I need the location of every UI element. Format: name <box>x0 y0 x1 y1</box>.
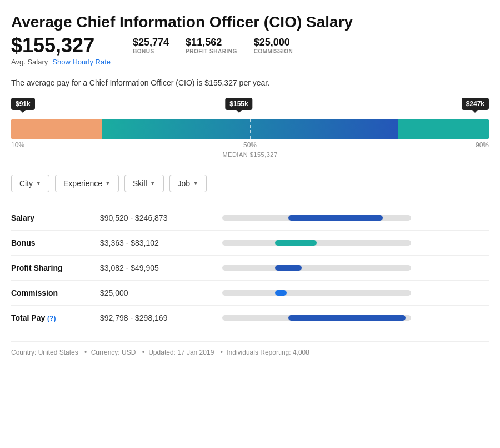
commission-label: COMMISSION <box>254 48 293 54</box>
bonus-stat: $25,774 BONUS <box>133 37 169 54</box>
skill-filter-label: Skill <box>133 179 147 188</box>
comp-bar-fill-2 <box>275 265 302 271</box>
footer-currency: Currency: USD <box>91 349 136 356</box>
comp-range-4: $92,798 - $298,169 <box>100 305 222 330</box>
comp-bar-cell-0 <box>222 206 489 231</box>
comp-label-2: Profit Sharing <box>11 255 100 280</box>
job-filter-button[interactable]: Job ▼ <box>169 175 207 192</box>
high-tooltip: $247k <box>462 98 489 110</box>
comp-bar-track-2 <box>222 265 411 271</box>
footer-info: Country: United States • Currency: USD •… <box>11 341 489 356</box>
high-percentile-label: 90% <box>476 141 489 149</box>
skill-filter-button[interactable]: Skill ▼ <box>124 175 164 192</box>
comp-bar-cell-3 <box>222 280 489 305</box>
comp-bar-track-0 <box>222 215 411 221</box>
bar-mid-segment <box>102 119 398 139</box>
comp-bar-fill-0 <box>288 215 383 221</box>
avg-salary-label-row: Avg. Salary Show Hourly Rate <box>11 58 111 66</box>
job-filter-label: Job <box>178 179 191 188</box>
footer-updated: Updated: 17 Jan 2019 <box>148 349 214 356</box>
low-percentile-label: 10% <box>11 141 24 149</box>
percentile-row: 10% 50% 90% <box>11 141 489 149</box>
comp-bar-fill-1 <box>275 240 317 246</box>
total-pay-question-mark[interactable]: (?) <box>47 315 56 322</box>
skill-chevron-icon: ▼ <box>150 180 156 186</box>
bar-low-segment <box>11 119 102 139</box>
avg-salary-block: $155,327 Avg. Salary Show Hourly Rate <box>11 34 111 66</box>
comp-label-0: Salary <box>11 206 100 231</box>
comp-range-2: $3,082 - $49,905 <box>100 255 222 280</box>
salary-bar <box>11 119 489 139</box>
bar-high-segment <box>398 119 489 139</box>
profit-sharing-stat: $11,562 PROFIT SHARING <box>186 37 237 54</box>
comp-bar-fill-3 <box>275 290 286 296</box>
comp-label-3: Commission <box>11 280 100 305</box>
salary-bar-section: $91k $155k $247k 10% 50% 90% MEDIAN $155… <box>11 98 489 158</box>
avg-salary-label: Avg. Salary <box>11 58 48 66</box>
experience-filter-button[interactable]: Experience ▼ <box>55 175 119 192</box>
comp-row-profit-sharing: Profit Sharing$3,082 - $49,905 <box>11 255 489 280</box>
comp-range-1: $3,363 - $83,102 <box>100 230 222 255</box>
median-label: MEDIAN $155,327 <box>11 151 489 158</box>
bonus-label: BONUS <box>133 48 169 54</box>
commission-stat: $25,000 COMMISSION <box>254 37 293 54</box>
salary-description: The average pay for a Chief Information … <box>11 77 489 89</box>
comp-bar-cell-2 <box>222 255 489 280</box>
bonus-value: $25,774 <box>133 37 169 48</box>
main-salary-value: $155,327 <box>11 34 111 57</box>
job-chevron-icon: ▼ <box>193 180 198 186</box>
filter-row: City ▼ Experience ▼ Skill ▼ Job ▼ <box>11 175 489 192</box>
page-title: Average Chief Information Officer (CIO) … <box>11 13 489 31</box>
comp-label-4: Total Pay (?) <box>11 305 100 330</box>
commission-value: $25,000 <box>254 37 293 48</box>
city-filter-label: City <box>19 179 33 188</box>
experience-filter-label: Experience <box>63 179 102 188</box>
city-filter-button[interactable]: City ▼ <box>11 175 49 192</box>
comp-label-1: Bonus <box>11 230 100 255</box>
footer-country: Country: United States <box>11 349 78 356</box>
comp-range-3: $25,000 <box>100 280 222 305</box>
comp-bar-track-3 <box>222 290 411 296</box>
tooltip-row: $91k $155k $247k <box>11 98 489 118</box>
comp-range-0: $90,520 - $246,873 <box>100 206 222 231</box>
footer-individuals: Individuals Reporting: 4,008 <box>227 349 309 356</box>
mid-tooltip: $155k <box>225 98 252 110</box>
comp-bar-track-1 <box>222 240 411 246</box>
compensation-table: Salary$90,520 - $246,873Bonus$3,363 - $8… <box>11 206 489 330</box>
comp-row-total-pay: Total Pay (?)$92,798 - $298,169 <box>11 305 489 330</box>
comp-row-salary: Salary$90,520 - $246,873 <box>11 206 489 231</box>
bar-median-line <box>250 119 251 139</box>
city-chevron-icon: ▼ <box>36 180 41 186</box>
salary-header: $155,327 Avg. Salary Show Hourly Rate $2… <box>11 34 489 66</box>
low-tooltip: $91k <box>11 98 35 110</box>
comp-bar-track-4 <box>222 315 411 321</box>
comp-bar-cell-1 <box>222 230 489 255</box>
experience-chevron-icon: ▼ <box>105 180 111 186</box>
comp-bar-fill-4 <box>288 315 406 321</box>
show-hourly-rate-link[interactable]: Show Hourly Rate <box>52 58 111 66</box>
comp-row-commission: Commission$25,000 <box>11 280 489 305</box>
mid-percentile-label: 50% <box>243 141 257 149</box>
comp-row-bonus: Bonus$3,363 - $83,102 <box>11 230 489 255</box>
profit-sharing-label: PROFIT SHARING <box>186 48 237 54</box>
comp-bar-cell-4 <box>222 305 489 330</box>
extra-stats: $25,774 BONUS $11,562 PROFIT SHARING $25… <box>133 34 293 54</box>
profit-sharing-value: $11,562 <box>186 37 237 48</box>
